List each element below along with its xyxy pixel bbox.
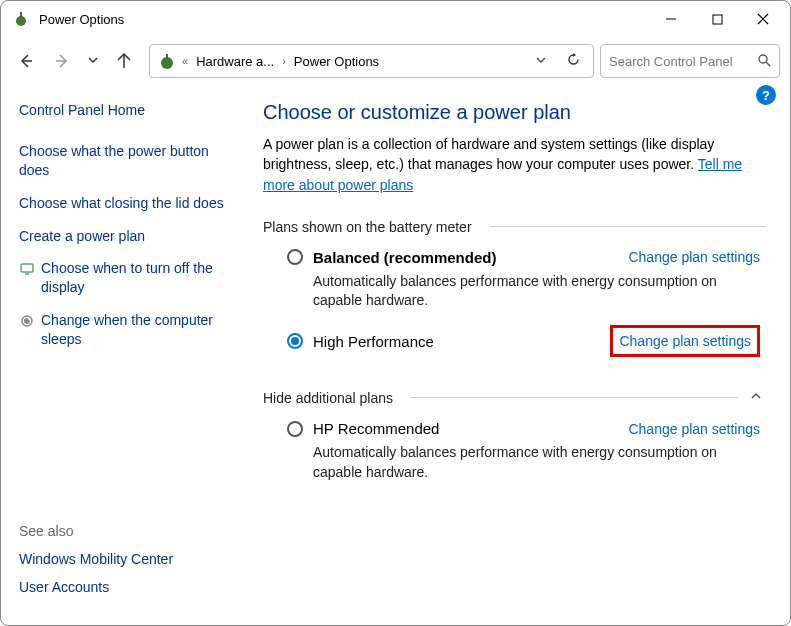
- plan-high-performance: High Performance Change plan settings: [263, 311, 766, 357]
- power-options-icon: [11, 9, 31, 29]
- plan-name[interactable]: High Performance: [313, 333, 434, 350]
- page-heading: Choose or customize a power plan: [263, 101, 766, 124]
- page-description: A power plan is a collection of hardware…: [263, 134, 766, 195]
- change-plan-settings-link[interactable]: Change plan settings: [619, 333, 751, 349]
- control-panel-home-link[interactable]: Control Panel Home: [19, 101, 243, 120]
- help-button[interactable]: ?: [756, 85, 776, 105]
- svg-rect-13: [21, 264, 33, 272]
- svg-rect-10: [166, 54, 168, 59]
- plan-name[interactable]: HP Recommended: [313, 420, 439, 437]
- sidebar-link[interactable]: Choose what the power button does: [19, 142, 243, 180]
- back-button[interactable]: [11, 46, 41, 76]
- breadcrumb-prefix: «: [182, 55, 188, 67]
- plan-name[interactable]: Balanced (recommended): [313, 249, 496, 266]
- maximize-button[interactable]: [694, 3, 740, 35]
- see-also-header: See also: [19, 523, 173, 539]
- svg-point-11: [759, 55, 767, 63]
- svg-rect-1: [20, 12, 22, 17]
- plan-description: Automatically balances performance with …: [313, 272, 760, 311]
- collapse-button[interactable]: [746, 389, 766, 406]
- svg-point-0: [16, 16, 26, 26]
- window-title: Power Options: [39, 12, 648, 27]
- refresh-button[interactable]: [559, 52, 587, 70]
- chevron-right-icon: ›: [282, 55, 286, 67]
- search-input[interactable]: Search Control Panel: [600, 44, 780, 78]
- forward-button[interactable]: [47, 46, 77, 76]
- plans-battery-section: Plans shown on the battery meter Balance…: [263, 219, 766, 357]
- address-bar[interactable]: « Hardware a... › Power Options: [149, 44, 594, 78]
- close-button[interactable]: [740, 3, 786, 35]
- radio-balanced[interactable]: [287, 249, 303, 265]
- change-plan-settings-link[interactable]: Change plan settings: [628, 249, 760, 265]
- address-dropdown-button[interactable]: [527, 54, 555, 69]
- plan-description: Automatically balances performance with …: [313, 443, 760, 482]
- svg-rect-3: [713, 15, 722, 24]
- search-placeholder: Search Control Panel: [609, 54, 733, 69]
- sidebar-link[interactable]: Create a power plan: [19, 227, 243, 246]
- recent-locations-button[interactable]: [83, 52, 103, 70]
- see-also-link[interactable]: Windows Mobility Center: [19, 551, 173, 567]
- sleep-icon: [19, 313, 35, 329]
- plan-balanced: Balanced (recommended) Change plan setti…: [263, 235, 766, 311]
- highlighted-change-link: Change plan settings: [610, 325, 760, 357]
- radio-hp-recommended[interactable]: [287, 421, 303, 437]
- title-bar: Power Options: [1, 1, 790, 37]
- nav-toolbar: « Hardware a... › Power Options Search C…: [1, 37, 790, 85]
- section-legend: Plans shown on the battery meter: [263, 219, 482, 235]
- breadcrumb-item[interactable]: Hardware a...: [192, 54, 278, 69]
- display-icon: [19, 261, 35, 277]
- svg-line-12: [766, 62, 770, 66]
- additional-plans-section: Hide additional plans HP Recommended Cha…: [263, 389, 766, 482]
- radio-high-performance[interactable]: [287, 333, 303, 349]
- up-button[interactable]: [109, 46, 139, 76]
- sidebar-link[interactable]: Choose what closing the lid does: [19, 194, 243, 213]
- see-also-link[interactable]: User Accounts: [19, 579, 173, 595]
- sidebar-link[interactable]: Change when the computer sleeps: [41, 311, 243, 349]
- minimize-button[interactable]: [648, 3, 694, 35]
- main-content: Choose or customize a power plan A power…: [255, 101, 772, 625]
- search-icon: [757, 53, 771, 70]
- control-panel-icon: [156, 50, 178, 72]
- breadcrumb-item[interactable]: Power Options: [290, 54, 383, 69]
- change-plan-settings-link[interactable]: Change plan settings: [628, 421, 760, 437]
- see-also-section: See also Windows Mobility Center User Ac…: [19, 523, 173, 607]
- section-legend[interactable]: Hide additional plans: [263, 390, 403, 406]
- sidebar-link[interactable]: Choose when to turn off the display: [41, 259, 243, 297]
- plan-hp-recommended: HP Recommended Change plan settings Auto…: [263, 406, 766, 482]
- window-controls: [648, 3, 786, 35]
